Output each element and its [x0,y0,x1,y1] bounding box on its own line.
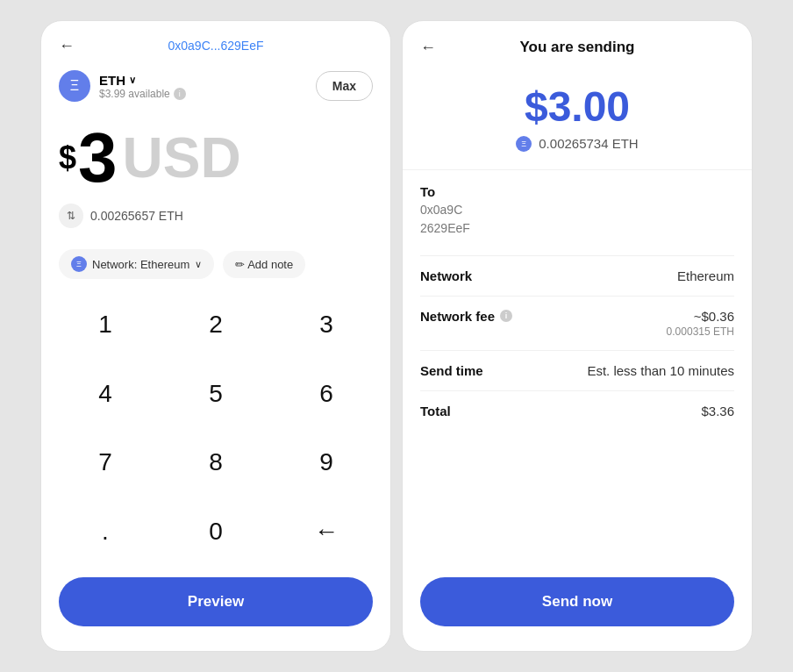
token-name[interactable]: ETH ∨ [99,73,186,88]
recipient-address-line1: 0x0a9C [420,201,734,219]
network-detail-row: Network Ethereum [420,255,734,296]
numpad-key-2[interactable]: 2 [161,293,271,356]
network-button[interactable]: Ξ Network: Ethereum ∨ [59,249,214,279]
amount-number: 3 [78,123,118,193]
back-button-1[interactable]: ← [59,37,75,55]
send-time-value: Est. less than 10 minutes [587,363,734,378]
sending-usd-amount: $3.00 [525,84,630,131]
send-confirm-screen: ← You are sending $3.00 Ξ 0.00265734 ETH… [402,20,753,652]
fee-info-icon[interactable]: i [500,310,512,322]
token-chevron-icon: ∨ [129,75,136,86]
fee-detail-row: Network fee i ~$0.36 0.000315 ETH [420,296,734,350]
max-button[interactable]: Max [316,71,373,101]
screen1-header: ← 0x0a9C...629EeF [41,21,390,63]
info-icon[interactable]: i [174,88,186,100]
recipient-address-line2: 2629EeF [420,219,734,238]
total-value: $3.36 [701,404,734,418]
screen2-header: ← You are sending [403,21,752,70]
eth-amount: 0.00265657 ETH [90,209,183,223]
network-chevron-icon: ∨ [195,259,202,270]
numpad-key-backspace[interactable]: ← [271,500,382,563]
recipient-detail: To 0x0a9C 2629EeF [420,184,734,238]
eth-token-icon: Ξ [59,70,90,102]
numpad-key-5[interactable]: 5 [161,362,271,425]
options-row: Ξ Network: Ethereum ∨ ✏ Add note [41,242,390,293]
send-time-row: Send time Est. less than 10 minutes [420,350,734,390]
to-label: To [420,184,734,199]
token-info: Ξ ETH ∨ $3.99 available i [59,70,186,102]
numpad: 123456789.0← [41,293,390,568]
numpad-key-6[interactable]: 6 [271,362,382,425]
token-selector-row: Ξ ETH ∨ $3.99 available i Max [41,63,390,109]
recipient-address[interactable]: 0x0a9C...629EeF [168,39,264,53]
sending-amount-section: $3.00 Ξ 0.00265734 ETH [403,70,752,170]
send-amount-screen: ← 0x0a9C...629EeF Ξ ETH ∨ $3.99 availabl… [40,20,391,652]
numpad-key-dot[interactable]: . [50,500,161,563]
token-details: ETH ∨ $3.99 available i [99,73,186,100]
fee-detail-value: ~$0.36 [667,309,734,324]
numpad-key-3[interactable]: 3 [271,293,382,356]
send-time-label: Send time [420,363,483,378]
amount-display: $ 3 USD [41,109,390,200]
fee-detail-eth: 0.000315 ETH [667,325,734,338]
amount-currency: USD [123,130,241,186]
screen2-title: You are sending [520,39,635,56]
token-available: $3.99 available i [99,88,186,100]
fee-detail-label: Network fee i [420,309,512,324]
numpad-key-9[interactable]: 9 [271,431,382,494]
network-label: Network: Ethereum [92,258,189,271]
send-now-button[interactable]: Send now [420,577,734,626]
details-section: To 0x0a9C 2629EeF Network Ethereum Netwo… [403,170,752,568]
numpad-key-0[interactable]: 0 [161,500,271,563]
back-button-2[interactable]: ← [420,39,436,57]
preview-button[interactable]: Preview [59,577,373,626]
sending-eth-icon: Ξ [516,136,532,152]
total-label: Total [420,404,451,418]
add-note-button[interactable]: ✏ Add note [223,251,305,278]
dollar-sign: $ [59,139,76,176]
numpad-key-8[interactable]: 8 [161,431,271,494]
total-row: Total $3.36 [420,390,734,431]
network-detail-value: Ethereum [677,268,734,283]
sending-eth-row: Ξ 0.00265734 ETH [516,136,638,152]
eth-equivalent-row: ⇅ 0.00265657 ETH [41,200,390,242]
swap-icon[interactable]: ⇅ [59,204,83,228]
numpad-key-1[interactable]: 1 [50,293,161,356]
network-eth-icon: Ξ [71,256,87,272]
network-detail-label: Network [420,268,472,283]
numpad-key-4[interactable]: 4 [50,362,161,425]
sending-eth-amount: 0.00265734 ETH [539,136,638,151]
numpad-key-7[interactable]: 7 [50,431,161,494]
